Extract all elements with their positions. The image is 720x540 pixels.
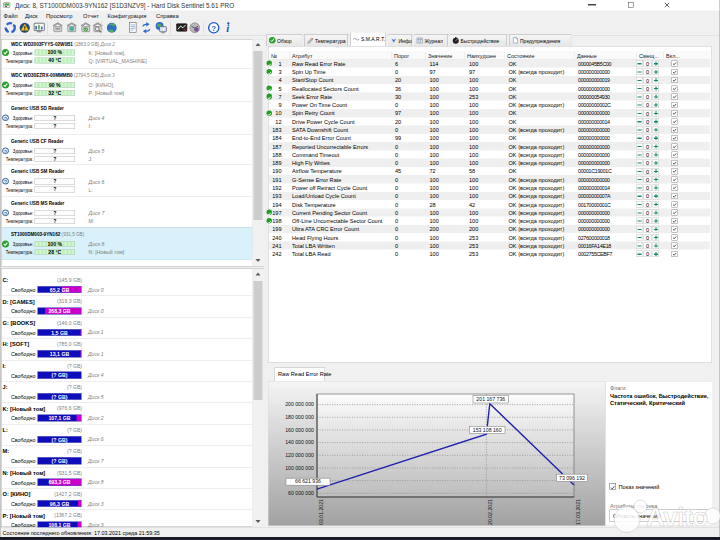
svg-text:201 167 736: 201 167 736 <box>476 396 505 402</box>
svg-text:160 000 000: 160 000 000 <box>285 427 314 433</box>
svg-text:140 000 000: 140 000 000 <box>285 439 314 445</box>
svg-text:60 000 000: 60 000 000 <box>288 490 314 496</box>
svg-text:Avito: Avito <box>646 502 708 532</box>
svg-text:120 000 000: 120 000 000 <box>285 452 314 458</box>
svg-text:200 000 000: 200 000 000 <box>285 401 314 407</box>
svg-text:73 096 192: 73 096 192 <box>559 475 585 481</box>
svg-text:153 108 160: 153 108 160 <box>473 427 502 433</box>
svg-text:03.01.2021: 03.01.2021 <box>318 499 324 525</box>
svg-text:180 000 000: 180 000 000 <box>285 414 314 420</box>
svg-text:17.03.2021: 17.03.2021 <box>575 499 581 525</box>
svg-text:?: ? <box>211 24 216 33</box>
svg-text:66 621 936: 66 621 936 <box>295 478 321 484</box>
svg-text:100 000 000: 100 000 000 <box>285 465 314 471</box>
svg-text:20.02.2021: 20.02.2021 <box>487 499 493 525</box>
